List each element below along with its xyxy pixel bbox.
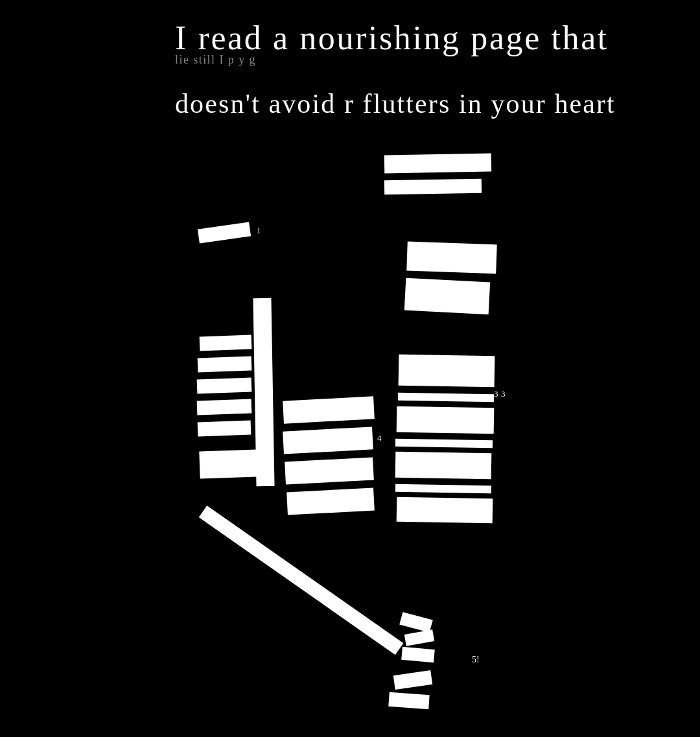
shape-top-right-2 <box>384 179 482 195</box>
shape-mid-1 <box>283 396 375 423</box>
shape-frag-5 <box>388 692 429 709</box>
shape-diagonal-bar <box>199 506 404 655</box>
shape-left-stack-3 <box>197 378 252 394</box>
label-3b: 3 <box>501 389 506 399</box>
shape-1 <box>198 222 251 244</box>
title-line-2: doesn't avoid r flutters in your heart <box>175 88 616 119</box>
shape-top-right-1 <box>384 154 491 174</box>
shape-frag-2 <box>404 629 434 646</box>
shape-mid-3 <box>285 457 374 484</box>
label-3a: 3 <box>494 389 498 399</box>
label-1: 1 <box>257 226 261 236</box>
label-5: 5! <box>472 655 480 665</box>
shape-right-5 <box>395 452 492 480</box>
shape-left-stack-6 <box>199 449 257 478</box>
shape-right-1 <box>399 355 495 388</box>
shape-left-stack-5 <box>198 421 251 437</box>
shape-right-6 <box>395 484 491 494</box>
shape-frag-1 <box>399 612 433 633</box>
shape-right-7 <box>397 497 493 524</box>
shape-mid-2 <box>283 427 373 454</box>
shape-left-stack-4 <box>197 399 252 415</box>
shape-mid-4 <box>286 488 375 515</box>
shape-left-stack-2 <box>198 357 252 373</box>
shape-right-3 <box>397 406 495 434</box>
shape-right-4 <box>395 439 493 449</box>
shape-frag-3 <box>401 647 435 662</box>
shape-frag-4 <box>393 670 432 690</box>
shape-right-upper-2 <box>404 278 490 315</box>
shape-left-stack-1 <box>200 335 252 351</box>
label-4: 4 <box>377 433 382 443</box>
subtitle-line: lie still I p y g <box>175 53 256 67</box>
label-2: 2 <box>259 346 264 357</box>
shape-right-2 <box>398 393 494 403</box>
title-line-1: I read a nourishing page that <box>175 19 609 57</box>
shape-right-upper-1 <box>406 242 496 274</box>
